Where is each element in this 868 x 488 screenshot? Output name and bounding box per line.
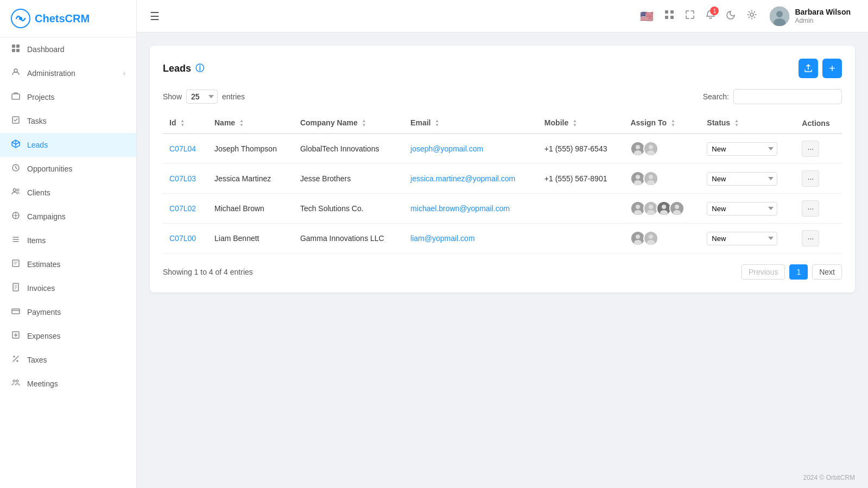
add-lead-button[interactable]: +: [822, 59, 842, 78]
col-email: Email ▲▼: [404, 113, 538, 134]
logo[interactable]: ChetsCRM: [0, 0, 136, 37]
cell-actions: ···: [795, 134, 842, 164]
sidebar-item-campaigns[interactable]: Campaigns: [0, 205, 136, 229]
col-company: Company Name ▲▼: [294, 113, 404, 134]
next-page-button[interactable]: Next: [812, 264, 842, 280]
cell-company: Tech Solutions Co.: [294, 194, 404, 224]
svg-point-10: [14, 189, 16, 192]
previous-page-button[interactable]: Previous: [742, 264, 785, 280]
sort-icons[interactable]: ▲▼: [239, 119, 244, 128]
footer: 2024 © OrbitCRM: [137, 467, 868, 488]
status-select[interactable]: NewContactedQualifiedLostConverted: [707, 172, 777, 186]
sidebar-item-label: Invoices: [27, 284, 125, 293]
row-actions-button[interactable]: ···: [802, 170, 819, 187]
sidebar-nav: Dashboard Administration › Projects Task…: [0, 37, 136, 396]
sort-icons[interactable]: ▲▼: [180, 119, 185, 128]
items-icon: [11, 235, 21, 246]
sidebar-item-label: Meetings: [27, 379, 125, 388]
svg-rect-2: [12, 45, 15, 48]
cell-mobile: +1 (555) 987-6543: [538, 134, 624, 164]
svg-rect-19: [670, 10, 674, 14]
cell-email[interactable]: liam@yopmail.com: [404, 224, 538, 253]
sidebar-item-label: Dashboard: [27, 45, 125, 54]
status-select[interactable]: NewContactedQualifiedLostConverted: [707, 232, 777, 245]
sidebar-item-label: Taxes: [27, 356, 125, 364]
col-assign-to: Assign To ▲▼: [624, 113, 700, 134]
cell-id[interactable]: C07L02: [163, 194, 208, 224]
svg-point-48: [675, 205, 679, 209]
content-area: Leads ⓘ + Show 25 10 50: [137, 33, 868, 467]
sidebar-item-meetings[interactable]: Meetings: [0, 372, 136, 396]
show-label: Show: [163, 92, 182, 101]
user-name: Barbara Wilson: [795, 7, 851, 17]
sort-icons[interactable]: ▲▼: [573, 119, 577, 128]
dark-mode-icon[interactable]: [726, 10, 736, 22]
notification-bell-icon[interactable]: 1: [706, 10, 715, 22]
sidebar-item-payments[interactable]: Payments: [0, 300, 136, 324]
apps-icon[interactable]: [664, 10, 674, 22]
status-select[interactable]: NewContactedQualifiedLostConverted: [707, 142, 777, 156]
upload-button[interactable]: [799, 59, 818, 78]
svg-point-45: [662, 205, 666, 209]
cell-company: GlobalTech Innovations: [294, 134, 404, 164]
sort-icons[interactable]: ▲▼: [671, 119, 675, 128]
cell-company: Jesse Brothers: [294, 164, 404, 194]
svg-rect-3: [16, 45, 20, 48]
page-1-button[interactable]: 1: [789, 264, 808, 280]
cell-mobile: +1 (555) 567-8901: [538, 164, 624, 194]
svg-rect-12: [12, 260, 19, 267]
sidebar-item-expenses[interactable]: Expenses: [0, 324, 136, 348]
sidebar-item-clients[interactable]: Clients: [0, 181, 136, 205]
sidebar-item-label: Items: [27, 236, 125, 245]
sidebar-item-projects[interactable]: Projects: [0, 85, 136, 109]
sidebar-item-items[interactable]: Items: [0, 229, 136, 252]
svg-rect-14: [12, 309, 20, 314]
table-row: C07L02Michael BrownTech Solutions Co.mic…: [163, 194, 842, 224]
sidebar-item-invoices[interactable]: Invoices: [0, 276, 136, 300]
sidebar-item-label: Tasks: [27, 117, 125, 125]
entries-per-page-select[interactable]: 25 10 50 100: [186, 90, 218, 104]
svg-rect-5: [16, 49, 20, 52]
col-name: Name ▲▼: [208, 113, 294, 134]
svg-point-51: [636, 235, 640, 239]
row-actions-button[interactable]: ···: [802, 141, 819, 157]
cell-email[interactable]: joseph@yopmail.com: [404, 134, 538, 164]
status-select[interactable]: NewContactedQualifiedLostConverted: [707, 202, 777, 216]
footer-text: 2024 © OrbitCRM: [803, 474, 855, 481]
sort-icons[interactable]: ▲▼: [435, 119, 439, 128]
sidebar-item-opportunities[interactable]: Opportunities: [0, 157, 136, 181]
language-flag-icon[interactable]: 🇺🇸: [640, 10, 654, 23]
cell-id[interactable]: C07L04: [163, 134, 208, 164]
sidebar-item-leads[interactable]: Leads: [0, 133, 136, 157]
info-icon[interactable]: ⓘ: [195, 63, 204, 74]
search-input[interactable]: [733, 89, 842, 104]
settings-icon[interactable]: [747, 10, 757, 22]
cell-assign-to: [624, 134, 700, 164]
menu-toggle-icon[interactable]: ☰: [150, 10, 160, 23]
avatar: [669, 201, 685, 216]
expenses-icon: [11, 331, 21, 341]
svg-point-33: [636, 175, 640, 179]
cell-status: NewContactedQualifiedLostConverted: [700, 164, 795, 194]
sidebar-item-tasks[interactable]: Tasks: [0, 109, 136, 133]
sidebar-item-taxes[interactable]: Taxes: [0, 348, 136, 372]
topbar-icons: 🇺🇸 1: [640, 10, 757, 23]
row-actions-button[interactable]: ···: [802, 230, 819, 246]
sidebar-item-administration[interactable]: Administration ›: [0, 61, 136, 85]
cell-email[interactable]: michael.brown@yopmail.com: [404, 194, 538, 224]
svg-point-39: [636, 205, 640, 209]
sort-icons[interactable]: ▲▼: [734, 119, 739, 128]
cell-email[interactable]: jessica.martinez@yopmail.com: [404, 164, 538, 194]
cell-id[interactable]: C07L03: [163, 164, 208, 194]
avatar: [643, 141, 658, 156]
expand-icon[interactable]: [685, 10, 695, 22]
sidebar-item-estimates[interactable]: Estimates: [0, 252, 136, 276]
svg-rect-21: [670, 16, 674, 19]
svg-point-36: [649, 175, 653, 179]
row-actions-button[interactable]: ···: [802, 200, 819, 217]
user-profile[interactable]: Barbara Wilson Admin: [765, 4, 855, 28]
sort-icons[interactable]: ▲▼: [362, 119, 366, 128]
cell-actions: ···: [795, 164, 842, 194]
cell-id[interactable]: C07L00: [163, 224, 208, 253]
sidebar-item-dashboard[interactable]: Dashboard: [0, 37, 136, 61]
